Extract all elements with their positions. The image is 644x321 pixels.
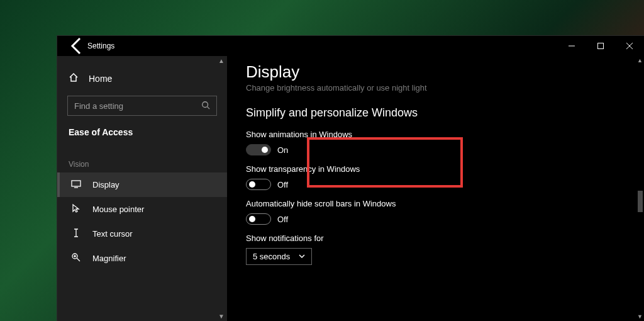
main-panel: Display Change brightness automatically … (227, 56, 644, 321)
window-title: Settings (87, 42, 114, 50)
setting-label: Show transparency in Windows (246, 164, 625, 174)
select-value: 5 seconds (253, 252, 290, 261)
minimize-button[interactable] (557, 36, 586, 56)
scroll-up-icon[interactable]: ▲ (637, 57, 643, 64)
sidebar-item-text-cursor[interactable]: Text cursor (57, 222, 227, 246)
setting-transparency: Show transparency in Windows Off (246, 164, 625, 190)
toggle-scrollbars[interactable] (246, 213, 271, 225)
sidebar-item-label: Mouse pointer (92, 205, 144, 214)
svg-point-1 (203, 101, 208, 107)
sidebar-item-label: Magnifier (92, 254, 126, 263)
sidebar-scroll-up[interactable]: ▲ (218, 57, 225, 64)
setting-scrollbars: Automatically hide scroll bars in Window… (246, 199, 625, 225)
sidebar-item-label: Display (92, 180, 119, 189)
section-heading: Simplify and personalize Windows (246, 106, 625, 120)
home-label: Home (89, 74, 112, 84)
settings-window: Settings ▲ Home Find a setting (57, 35, 644, 321)
search-icon (201, 101, 210, 111)
sidebar-group-vision: Vision (57, 160, 227, 172)
sidebar-item-mouse-pointer[interactable]: Mouse pointer (57, 197, 227, 222)
home-icon (69, 72, 79, 84)
setting-label: Show animations in Windows (246, 130, 625, 139)
sidebar-item-display[interactable]: Display (57, 172, 227, 197)
page-title: Display (246, 62, 625, 82)
toggle-state: Off (277, 180, 288, 189)
main-scrollbar[interactable]: ▲ ▼ (635, 56, 644, 321)
maximize-button[interactable] (586, 36, 615, 56)
scroll-down-icon[interactable]: ▼ (637, 313, 643, 320)
svg-rect-2 (72, 181, 80, 186)
chevron-down-icon (299, 252, 305, 261)
page-subtitle: Change brightness automatically or use n… (246, 83, 625, 93)
search-input[interactable]: Find a setting (67, 96, 217, 116)
sidebar: ▲ Home Find a setting Ease of Access Vis… (57, 56, 227, 321)
back-button[interactable] (67, 36, 87, 56)
titlebar: Settings (57, 36, 644, 56)
setting-label: Automatically hide scroll bars in Window… (246, 199, 625, 208)
toggle-animations[interactable] (246, 144, 271, 155)
scroll-thumb[interactable] (638, 191, 643, 212)
magnifier-icon (71, 252, 81, 264)
sidebar-scroll-down[interactable]: ▼ (218, 313, 225, 320)
toggle-transparency[interactable] (246, 179, 271, 190)
toggle-state: Off (277, 215, 288, 224)
search-placeholder: Find a setting (74, 101, 201, 111)
close-button[interactable] (615, 36, 644, 56)
sidebar-item-label: Text cursor (92, 229, 133, 239)
sidebar-item-magnifier[interactable]: Magnifier (57, 246, 227, 271)
svg-rect-0 (598, 43, 604, 49)
notifications-select[interactable]: 5 seconds (246, 248, 312, 265)
window-controls (557, 36, 644, 56)
toggle-state: On (277, 145, 288, 155)
sidebar-heading: Ease of Access (57, 125, 227, 149)
setting-notifications: Show notifications for 5 seconds (246, 234, 625, 265)
home-link[interactable]: Home (57, 66, 227, 91)
setting-animations: Show animations in Windows On (246, 130, 625, 155)
cursor-icon (71, 203, 81, 215)
text-cursor-icon (71, 228, 81, 240)
setting-label: Show notifications for (246, 234, 625, 243)
display-icon (71, 179, 81, 191)
